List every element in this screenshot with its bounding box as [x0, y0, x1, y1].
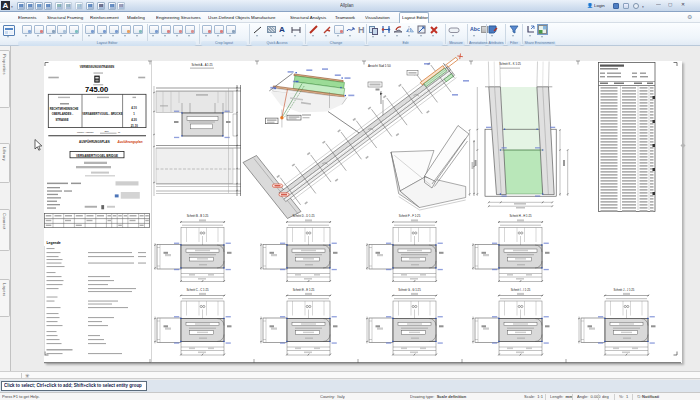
svg-text:Schnitt F - F 1:25: Schnitt F - F 1:25 — [399, 214, 421, 218]
svg-text:VERMESSUNGSSTRASSEN: VERMESSUNGSSTRASSEN — [80, 65, 114, 69]
svg-text:Ansicht Süd 1:50: Ansicht Süd 1:50 — [368, 64, 391, 68]
svg-text:STRASSE: STRASSE — [55, 118, 68, 122]
svg-text:Schnitt E - E 1:25: Schnitt E - E 1:25 — [293, 288, 315, 292]
svg-text:745.00: 745.00 — [85, 85, 108, 94]
svg-text:4.30: 4.30 — [131, 118, 137, 122]
svg-text:AUSFÜHRUNGSPLAN: AUSFÜHRUNGSPLAN — [79, 139, 110, 144]
svg-text:4.10: 4.10 — [131, 106, 137, 110]
svg-text:Schnitt D - D 1:25: Schnitt D - D 1:25 — [292, 214, 315, 218]
svg-text:Schnitt G - G 1:25: Schnitt G - G 1:25 — [398, 288, 421, 292]
svg-text:Schnitt C - C 1:25: Schnitt C - C 1:25 — [186, 288, 209, 292]
svg-text:Schnitt K - K 1:25: Schnitt K - K 1:25 — [499, 62, 521, 66]
svg-text:Schnitt A - A 1:25: Schnitt A - A 1:25 — [191, 63, 213, 67]
svg-text:21.10: 21.10 — [131, 124, 138, 128]
svg-text:Schnitt J - J 1:25: Schnitt J - J 1:25 — [614, 288, 635, 292]
svg-text:Ausführungsplan: Ausführungsplan — [117, 140, 143, 144]
svg-text:VERSAWERTVOGEL - BRÜCKE: VERSAWERTVOGEL - BRÜCKE — [82, 112, 122, 116]
svg-text:Legende: Legende — [47, 241, 61, 245]
svg-text:RECHTSRHEINISCHE: RECHTSRHEINISCHE — [50, 107, 79, 111]
svg-text:Schnitt B - B 1:25: Schnitt B - B 1:25 — [187, 214, 209, 218]
svg-text:VERSAWERTVOGEL BRIDGE: VERSAWERTVOGEL BRIDGE — [76, 154, 118, 158]
svg-text:Schnitt H - H 1:25: Schnitt H - H 1:25 — [509, 214, 532, 218]
svg-text:Marke Auslage: Marke Auslage — [77, 131, 94, 134]
svg-text:Schnitt I - I 1:25: Schnitt I - I 1:25 — [511, 288, 531, 292]
svg-text:OBERLANDES -: OBERLANDES - — [52, 112, 73, 116]
svg-text:1: 1 — [133, 112, 135, 116]
svg-text:m: m — [118, 131, 120, 134]
svg-text:230: 230 — [104, 130, 109, 133]
